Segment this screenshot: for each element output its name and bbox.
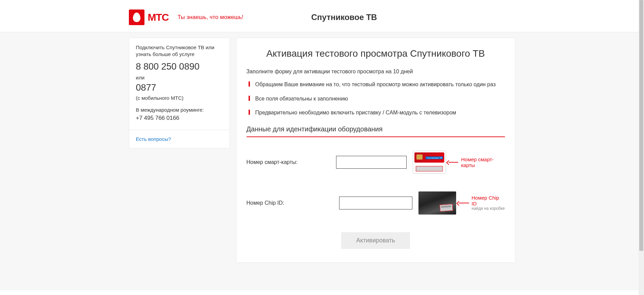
section-heading: Данные для идентификации оборудования xyxy=(247,125,505,133)
sidebar-intro: Подключить Спутниковое ТВ или узнать бол… xyxy=(136,44,223,58)
chipid-label: Номер Chip ID: xyxy=(247,200,339,206)
chipid-caption: Номер Chip ID xyxy=(472,195,505,207)
section-divider xyxy=(247,136,505,137)
intro-text: Заполните форму для активации тестового … xyxy=(247,69,505,75)
page-title: Активация тестового просмотра Спутниково… xyxy=(247,48,505,59)
chipbox-illustration xyxy=(418,191,456,215)
smartcard-illustration: Спутниковое ТВ xyxy=(413,151,446,174)
field-chipid-row: Номер Chip ID: Номер Chip ID найди на ко… xyxy=(247,191,505,215)
sidebar-roaming-label: В международном роуминге: xyxy=(136,107,223,113)
sidebar: Подключить Спутниковое ТВ или узнать бол… xyxy=(129,38,230,148)
pointer-icon xyxy=(459,203,469,203)
questions-link[interactable]: Есть вопросы? xyxy=(129,130,230,148)
service-title: Спутниковое ТВ xyxy=(311,13,377,22)
tagline: Ты знаешь, что можешь! xyxy=(177,14,243,21)
scrollbar-thumb[interactable] xyxy=(639,0,643,251)
sidebar-phone-note: (с мобильного МТС) xyxy=(136,95,223,101)
brand-text: МТС xyxy=(148,12,169,23)
header: МТС Ты знаешь, что можешь! Спутниковое Т… xyxy=(0,0,644,32)
field-smartcard-row: Номер смарт-карты: Спутниковое ТВ Номер … xyxy=(247,151,505,174)
smartcard-label: Номер смарт-карты: xyxy=(247,159,336,165)
point-list: Обращаем Ваше внимание на то, что тестов… xyxy=(247,81,505,116)
main-panel: Активация тестового просмотра Спутниково… xyxy=(236,38,515,263)
sidebar-phone-main: 8 800 250 0890 xyxy=(136,61,223,72)
logo[interactable]: МТС xyxy=(129,10,169,25)
chipid-caption-sub: найди на коробке xyxy=(472,206,505,211)
point-item: Все поля обязательны к заполнению xyxy=(247,95,505,103)
point-item: Обращаем Ваше внимание на то, что тестов… xyxy=(247,81,505,88)
scrollbar[interactable] xyxy=(639,0,644,290)
sidebar-phone-short: 0877 xyxy=(136,82,223,93)
sidebar-or: или xyxy=(136,75,223,80)
smartcard-input[interactable] xyxy=(336,156,407,169)
point-item: Предварительно необходимо включить прист… xyxy=(247,109,505,116)
chipid-input[interactable] xyxy=(339,197,412,209)
smartcard-caption: Номер смарт-карты xyxy=(461,156,505,168)
activate-button[interactable]: Активировать xyxy=(341,232,410,249)
logo-egg-icon xyxy=(129,10,144,25)
pointer-icon xyxy=(449,162,458,163)
sidebar-roaming-phone: +7 495 766 0166 xyxy=(136,115,223,122)
